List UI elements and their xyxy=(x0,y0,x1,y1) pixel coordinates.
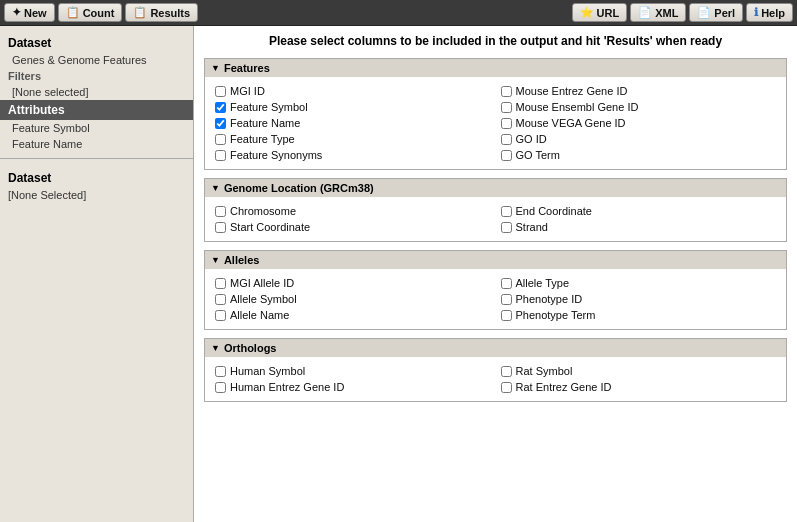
checkbox-label: Allele Name xyxy=(230,309,289,321)
main-layout: Dataset Genes & Genome Features Filters … xyxy=(0,26,797,522)
sidebar: Dataset Genes & Genome Features Filters … xyxy=(0,26,194,522)
checkbox-label: Human Entrez Gene ID xyxy=(230,381,344,393)
checkbox-label: Phenotype ID xyxy=(516,293,583,305)
checkbox[interactable] xyxy=(215,294,226,305)
checkbox-label: MGI Allele ID xyxy=(230,277,294,289)
checkbox[interactable] xyxy=(215,382,226,393)
checkbox-label: Feature Symbol xyxy=(230,101,308,113)
checkbox-label: Strand xyxy=(516,221,548,233)
section-col2-orthologs: Rat SymbolRat Entrez Gene ID xyxy=(501,363,777,395)
checkbox[interactable] xyxy=(501,278,512,289)
checkbox[interactable] xyxy=(215,134,226,145)
checkbox[interactable] xyxy=(215,366,226,377)
section-header-features[interactable]: ▼ Features xyxy=(205,59,786,77)
checkbox[interactable] xyxy=(215,102,226,113)
dataset-value[interactable]: Genes & Genome Features xyxy=(0,52,193,68)
dataset2-label: Dataset xyxy=(0,165,193,187)
checkbox-label: Feature Name xyxy=(230,117,300,129)
sections-container: ▼ FeaturesMGI IDFeature SymbolFeature Na… xyxy=(204,58,787,402)
checkbox-label: Allele Symbol xyxy=(230,293,297,305)
checkbox-item[interactable]: Allele Symbol xyxy=(215,291,491,307)
checkbox-item[interactable]: GO Term xyxy=(501,147,777,163)
sidebar-item-feature-symbol[interactable]: Feature Symbol xyxy=(0,120,193,136)
xml-button[interactable]: 📄 XML xyxy=(630,3,686,22)
toolbar: ✦ New 📋 Count 📋 Results ⭐ URL 📄 XML 📄 Pe… xyxy=(0,0,797,26)
checkbox[interactable] xyxy=(501,294,512,305)
sidebar-item-feature-name[interactable]: Feature Name xyxy=(0,136,193,152)
checkbox[interactable] xyxy=(501,86,512,97)
content-area: Please select columns to be included in … xyxy=(194,26,797,522)
checkbox-item[interactable]: Allele Type xyxy=(501,275,777,291)
checkbox-item[interactable]: MGI Allele ID xyxy=(215,275,491,291)
checkbox-item[interactable]: Chromosome xyxy=(215,203,491,219)
checkbox[interactable] xyxy=(215,278,226,289)
checkbox-item[interactable]: Human Symbol xyxy=(215,363,491,379)
checkbox[interactable] xyxy=(215,310,226,321)
checkbox[interactable] xyxy=(501,102,512,113)
count-icon: 📋 xyxy=(66,6,80,19)
checkbox-item[interactable]: Phenotype ID xyxy=(501,291,777,307)
checkbox-item[interactable]: Mouse VEGA Gene ID xyxy=(501,115,777,131)
checkbox-item[interactable]: Human Entrez Gene ID xyxy=(215,379,491,395)
checkbox[interactable] xyxy=(215,150,226,161)
checkbox[interactable] xyxy=(215,206,226,217)
results-button[interactable]: 📋 Results xyxy=(125,3,198,22)
checkbox[interactable] xyxy=(501,366,512,377)
checkbox-item[interactable]: Feature Name xyxy=(215,115,491,131)
checkbox-item[interactable]: Start Coordinate xyxy=(215,219,491,235)
star-icon: ⭐ xyxy=(580,6,594,19)
section-header-genome-location[interactable]: ▼ Genome Location (GRCm38) xyxy=(205,179,786,197)
section-body-alleles: MGI Allele IDAllele SymbolAllele NameAll… xyxy=(205,269,786,329)
checkbox-label: Rat Entrez Gene ID xyxy=(516,381,612,393)
checkbox-label: Feature Synonyms xyxy=(230,149,322,161)
new-button[interactable]: ✦ New xyxy=(4,3,55,22)
checkbox-item[interactable]: Rat Symbol xyxy=(501,363,777,379)
checkbox-item[interactable]: MGI ID xyxy=(215,83,491,99)
section-col2-genome-location: End CoordinateStrand xyxy=(501,203,777,235)
section-genome-location: ▼ Genome Location (GRCm38)ChromosomeStar… xyxy=(204,178,787,242)
checkbox[interactable] xyxy=(501,310,512,321)
checkbox-item[interactable]: End Coordinate xyxy=(501,203,777,219)
section-header-alleles[interactable]: ▼ Alleles xyxy=(205,251,786,269)
section-header-orthologs[interactable]: ▼ Orthologs xyxy=(205,339,786,357)
checkbox-item[interactable]: Phenotype Term xyxy=(501,307,777,323)
section-alleles: ▼ AllelesMGI Allele IDAllele SymbolAllel… xyxy=(204,250,787,330)
checkbox-item[interactable]: Rat Entrez Gene ID xyxy=(501,379,777,395)
checkbox[interactable] xyxy=(501,118,512,129)
attributes-label[interactable]: Attributes xyxy=(0,100,193,120)
checkbox[interactable] xyxy=(215,222,226,233)
help-button[interactable]: ℹ Help xyxy=(746,3,793,22)
checkbox-label: GO ID xyxy=(516,133,547,145)
checkbox-item[interactable]: Feature Type xyxy=(215,131,491,147)
url-button[interactable]: ⭐ URL xyxy=(572,3,628,22)
collapse-icon: ▼ xyxy=(211,255,220,265)
filters-value[interactable]: [None selected] xyxy=(0,84,193,100)
checkbox-item[interactable]: Mouse Ensembl Gene ID xyxy=(501,99,777,115)
checkbox-label: Feature Type xyxy=(230,133,295,145)
section-col1-alleles: MGI Allele IDAllele SymbolAllele Name xyxy=(215,275,491,323)
checkbox-label: GO Term xyxy=(516,149,560,161)
checkbox[interactable] xyxy=(501,382,512,393)
count-button[interactable]: 📋 Count xyxy=(58,3,123,22)
checkbox[interactable] xyxy=(501,134,512,145)
collapse-icon: ▼ xyxy=(211,183,220,193)
checkbox-item[interactable]: GO ID xyxy=(501,131,777,147)
checkbox[interactable] xyxy=(501,150,512,161)
results-icon: 📋 xyxy=(133,6,147,19)
checkbox-item[interactable]: Allele Name xyxy=(215,307,491,323)
checkbox[interactable] xyxy=(501,222,512,233)
section-orthologs: ▼ OrthologsHuman SymbolHuman Entrez Gene… xyxy=(204,338,787,402)
xml-icon: 📄 xyxy=(638,6,652,19)
filters-label: Filters xyxy=(0,68,193,84)
perl-button[interactable]: 📄 Perl xyxy=(689,3,743,22)
checkbox-item[interactable]: Feature Synonyms xyxy=(215,147,491,163)
checkbox[interactable] xyxy=(215,86,226,97)
checkbox[interactable] xyxy=(215,118,226,129)
dataset2-value[interactable]: [None Selected] xyxy=(0,187,193,203)
checkbox-item[interactable]: Strand xyxy=(501,219,777,235)
checkbox-item[interactable]: Feature Symbol xyxy=(215,99,491,115)
collapse-icon: ▼ xyxy=(211,343,220,353)
checkbox[interactable] xyxy=(501,206,512,217)
checkbox-item[interactable]: Mouse Entrez Gene ID xyxy=(501,83,777,99)
section-body-features: MGI IDFeature SymbolFeature NameFeature … xyxy=(205,77,786,169)
